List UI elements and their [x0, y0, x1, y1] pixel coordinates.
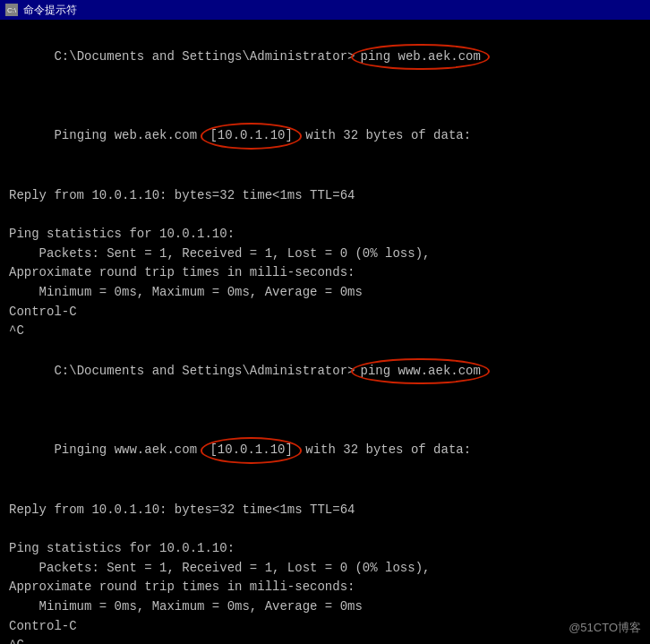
- terminal-line: Approximate round trip times in milli-se…: [9, 263, 641, 283]
- title-bar-icon: C:\: [5, 4, 18, 16]
- terminal-line: Ping statistics for 10.0.1.10:: [9, 539, 641, 559]
- terminal-line: [9, 167, 641, 186]
- window: C:\ 命令提示符 C:\Documents and Settings\Admi…: [0, 0, 650, 644]
- ip-oval-2: [10.0.1.10]: [204, 440, 297, 461]
- terminal-line: [9, 205, 641, 225]
- terminal-line: Minimum = 0ms, Maximum = 0ms, Average = …: [9, 283, 641, 303]
- terminal-line: Approximate round trip times in milli-se…: [9, 578, 641, 597]
- cmd-oval-2: ping www.aek.com: [355, 361, 485, 382]
- terminal-line: Reply from 10.0.1.10: bytes=32 time<1ms …: [9, 501, 641, 520]
- title-bar: C:\ 命令提示符: [0, 0, 650, 20]
- terminal-line: C:\Documents and Settings\Administrator>…: [9, 341, 641, 401]
- terminal-line: Pinging web.aek.com [10.0.1.10] with 32 …: [9, 107, 641, 167]
- terminal-line: Minimum = 0ms, Maximum = 0ms, Average = …: [9, 597, 641, 617]
- terminal-line: ^C: [9, 322, 641, 341]
- watermark: @51CTO博客: [569, 619, 641, 637]
- cmd-prefix: C:\Documents and Settings\Administrator>: [54, 364, 355, 378]
- terminal-line: [9, 401, 641, 421]
- terminal-line: Reply from 10.0.1.10: bytes=32 time<1ms …: [9, 186, 641, 206]
- cmd-oval-1: ping web.aek.com: [355, 47, 485, 68]
- terminal-line: Packets: Sent = 1, Received = 1, Lost = …: [9, 245, 641, 264]
- terminal: C:\Documents and Settings\Administrator>…: [0, 20, 650, 644]
- terminal-line: Packets: Sent = 1, Received = 1, Lost = …: [9, 559, 641, 579]
- terminal-line: [9, 519, 641, 539]
- title-bar-text: 命令提示符: [23, 3, 77, 18]
- terminal-line: Ping statistics for 10.0.1.10:: [9, 225, 641, 245]
- terminal-line: [9, 481, 641, 501]
- terminal-line: [9, 87, 641, 107]
- terminal-line: Control-C: [9, 303, 641, 322]
- terminal-line: ^C: [9, 636, 641, 644]
- terminal-line: C:\Documents and Settings\Administrator>…: [9, 27, 641, 87]
- terminal-line: Control-C: [9, 617, 641, 637]
- terminal-line: Pinging www.aek.com [10.0.1.10] with 32 …: [9, 421, 641, 481]
- cmd-prefix: C:\Documents and Settings\Administrator>: [54, 49, 355, 64]
- ip-oval-1: [10.0.1.10]: [204, 125, 297, 147]
